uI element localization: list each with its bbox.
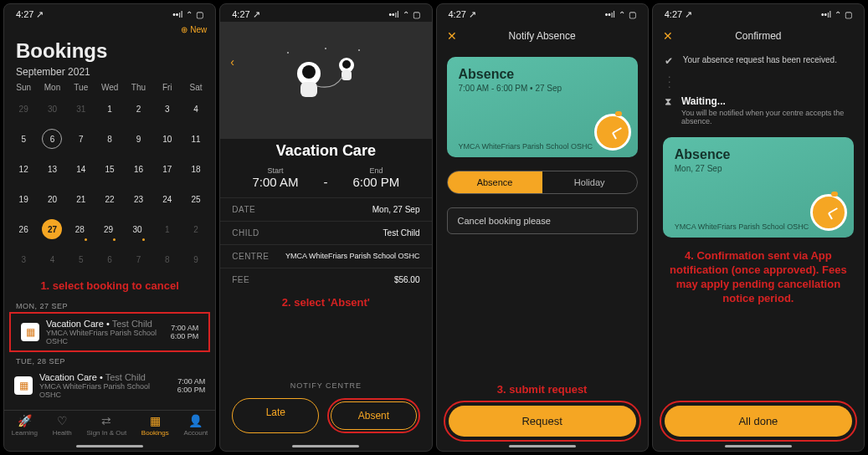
calendar-day[interactable]: 2: [128, 99, 148, 119]
hero-header: ‹: [220, 22, 431, 139]
month-label: September 2021: [4, 64, 215, 81]
svg-point-4: [342, 60, 351, 69]
calendar-day[interactable]: 17: [157, 159, 177, 179]
modal-header: ✕ Confirmed: [653, 22, 864, 50]
tab-bookings[interactable]: ▦Bookings: [141, 414, 169, 437]
calendar-day[interactable]: 28: [71, 219, 91, 239]
close-icon[interactable]: ✕: [663, 29, 673, 43]
calendar-day[interactable]: 21: [71, 189, 91, 209]
absence-card: Absence 7:00 AM - 6:00 PM • 27 Sep YMCA …: [447, 57, 638, 157]
day-header-1: MON, 27 SEP: [4, 297, 215, 312]
calendar-day[interactable]: 8: [157, 249, 177, 269]
calendar-day[interactable]: 11: [186, 129, 206, 149]
calendar-day[interactable]: 5: [71, 249, 91, 269]
calendar-day[interactable]: 23: [128, 189, 148, 209]
calendar-day[interactable]: 3: [157, 99, 177, 119]
svg-point-6: [287, 52, 289, 54]
calendar-day[interactable]: 8: [100, 129, 120, 149]
calendar-day[interactable]: 9: [128, 129, 148, 149]
calendar-day[interactable]: 27: [42, 219, 62, 239]
calendar-day[interactable]: 1: [157, 219, 177, 239]
new-button[interactable]: ⊕ New: [181, 25, 207, 34]
absence-card: Absence Mon, 27 Sep YMCA WhiteFriars Par…: [663, 137, 854, 238]
status-bar: 4:27 ↗ ••ıl⌃▢: [437, 4, 648, 22]
calendar-day[interactable]: 15: [100, 159, 120, 179]
booking-row[interactable]: ▦ Vacation Care • Test Child YMCA WhiteF…: [4, 367, 215, 404]
row-centre: CENTREYMCA WhiteFriars Parish School OSH…: [220, 244, 431, 268]
status-bar: 4:27 ↗ ••ıl⌃▢: [4, 4, 215, 22]
booking-row[interactable]: ▦ Vacation Care • Test Child YMCA WhiteF…: [9, 312, 210, 352]
segment-holiday[interactable]: Holiday: [542, 171, 637, 193]
tab-health[interactable]: ♡Health: [53, 414, 72, 437]
modal-header: ✕ Notify Absence: [437, 22, 648, 50]
clock-icon: [810, 194, 847, 231]
calendar-icon: ▦: [21, 323, 39, 341]
late-button[interactable]: Late: [232, 398, 319, 433]
status-waiting: ⧗ Waiting... You will be notified when y…: [653, 90, 864, 130]
calendar-day[interactable]: 20: [42, 189, 62, 209]
calendar-day[interactable]: 30: [42, 99, 62, 119]
calendar-day[interactable]: 7: [128, 249, 148, 269]
plus-icon: ⊕: [181, 25, 187, 34]
screen-confirmed: 4:27 ↗ ••ıl⌃▢ ✕ Confirmed ✔ Your absence…: [652, 3, 865, 452]
hourglass-icon: ⧗: [665, 95, 675, 107]
svg-point-1: [302, 65, 316, 79]
back-icon[interactable]: ‹: [230, 55, 234, 69]
calendar-day[interactable]: 9: [186, 249, 206, 269]
calendar-day[interactable]: 5: [13, 129, 33, 149]
calendar-day[interactable]: 13: [42, 159, 62, 179]
calendar-grid[interactable]: 2930311234567891011121314151617181920212…: [4, 94, 215, 274]
day-header-2: TUE, 28 SEP: [4, 352, 215, 367]
annotation-2: 2. select 'Absent': [220, 291, 431, 314]
status-received: ✔ Your absence request has been received…: [653, 50, 864, 72]
calendar-day[interactable]: 7: [71, 129, 91, 149]
calendar-day[interactable]: 19: [13, 189, 33, 209]
calendar-day[interactable]: 6: [42, 129, 62, 149]
clock-icon: [594, 114, 631, 151]
absent-button[interactable]: Absent: [331, 401, 416, 430]
progress-dots: ···: [668, 72, 864, 90]
svg-point-7: [358, 49, 360, 51]
request-button[interactable]: Request: [449, 406, 636, 437]
svg-rect-5: [342, 70, 352, 80]
calendar-day[interactable]: 3: [13, 249, 33, 269]
calendar-day[interactable]: 14: [71, 159, 91, 179]
segment-absence[interactable]: Absence: [448, 171, 542, 193]
calendar-day[interactable]: 12: [13, 159, 33, 179]
reason-input[interactable]: Cancel booking please: [447, 207, 638, 234]
absence-type-segment[interactable]: Absence Holiday: [447, 171, 638, 194]
calendar-day[interactable]: 22: [100, 189, 120, 209]
calendar-day[interactable]: 10: [157, 129, 177, 149]
all-done-button[interactable]: All done: [665, 406, 852, 437]
calendar-day[interactable]: 1: [100, 99, 120, 119]
calendar-icon: ▦: [14, 376, 33, 395]
booking-title: Vacation Care: [220, 139, 431, 160]
calendar-day[interactable]: 30: [128, 219, 148, 239]
home-indicator: [509, 445, 576, 447]
home-indicator: [725, 445, 792, 447]
calendar-day[interactable]: 6: [100, 249, 120, 269]
home-indicator: [292, 445, 359, 447]
calendar-day[interactable]: 4: [186, 99, 206, 119]
calendar-day[interactable]: 29: [100, 219, 120, 239]
row-date: DATEMon, 27 Sep: [220, 197, 431, 221]
tab-account[interactable]: 👤Account: [183, 414, 208, 437]
row-fee: FEE$56.00: [220, 268, 431, 291]
calendar-day[interactable]: 26: [13, 219, 33, 239]
notify-header: NOTIFY CENTRE: [220, 381, 431, 390]
calendar-day[interactable]: 29: [13, 99, 33, 119]
annotation-4: 4. Confirmation sent via App notificatio…: [653, 244, 864, 311]
calendar-day[interactable]: 16: [128, 159, 148, 179]
tab-learning[interactable]: 🚀Learning: [12, 414, 38, 437]
calendar-day[interactable]: 31: [71, 99, 91, 119]
calendar-day[interactable]: 25: [186, 189, 206, 209]
status-bar: 4:27 ↗ ••ıl⌃▢: [220, 4, 431, 22]
calendar-day[interactable]: 2: [186, 219, 206, 239]
calendar-day[interactable]: 18: [186, 159, 206, 179]
calendar-day[interactable]: 24: [157, 189, 177, 209]
tab-sign-in-out[interactable]: ⇄Sign In & Out: [87, 414, 127, 437]
page-title: Bookings: [4, 34, 215, 64]
tab-bar: 🚀Learning♡Health⇄Sign In & Out▦Bookings👤…: [4, 410, 215, 442]
calendar-day[interactable]: 4: [42, 249, 62, 269]
close-icon[interactable]: ✕: [447, 29, 457, 43]
